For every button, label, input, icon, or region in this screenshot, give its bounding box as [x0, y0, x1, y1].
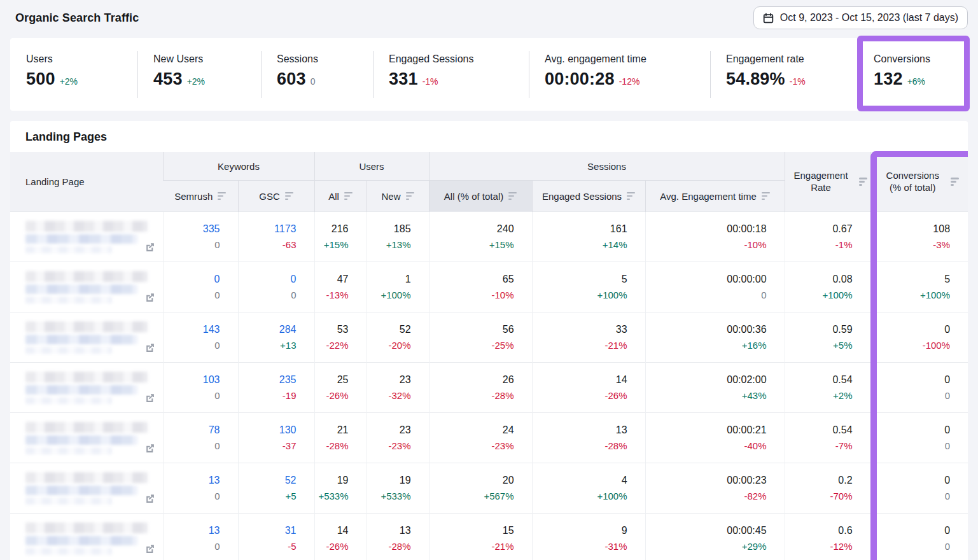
- avg-engagement-time-delta: -10%: [646, 239, 767, 250]
- kpi-value: 453: [153, 69, 183, 88]
- engagement-rate-value: 0.2: [785, 475, 853, 486]
- semrush-value[interactable]: 78: [164, 424, 220, 436]
- column-header-engaged-sessions[interactable]: Engaged Sessions: [532, 181, 645, 212]
- semrush-value[interactable]: 13: [164, 475, 220, 486]
- semrush-value[interactable]: 103: [164, 374, 220, 386]
- external-link-icon[interactable]: [144, 543, 155, 554]
- column-header-users-all[interactable]: All: [314, 181, 367, 212]
- cell-engagement-rate: 0.08+100%: [785, 262, 870, 312]
- external-link-icon[interactable]: [144, 493, 155, 504]
- gsc-value[interactable]: 1173: [239, 223, 297, 235]
- avg-engagement-time-value: 00:00:21: [646, 424, 767, 436]
- column-header-conversions[interactable]: Conversions (% of total): [870, 152, 968, 212]
- sort-icon[interactable]: [951, 178, 959, 186]
- users-all-delta: -26%: [315, 390, 349, 401]
- column-header-avg-engagement-time[interactable]: Avg. Engagement time: [645, 181, 785, 212]
- gsc-value[interactable]: 31: [239, 525, 297, 536]
- cell-engaged-sessions: 161+14%: [532, 212, 645, 262]
- column-header-users-new[interactable]: New: [367, 181, 429, 212]
- date-range-picker[interactable]: Oct 9, 2023 - Oct 15, 2023 (last 7 days): [753, 6, 968, 29]
- conversions-pct-delta: -100%: [871, 340, 951, 351]
- cell-gsc: 130-37: [238, 413, 314, 463]
- engaged-sessions-delta: +100%: [533, 290, 627, 300]
- kpi-delta: -1%: [423, 76, 438, 87]
- avg-engagement-time-delta: +29%: [646, 541, 767, 552]
- semrush-value[interactable]: 13: [164, 525, 220, 536]
- external-link-icon[interactable]: [144, 342, 155, 353]
- column-group-sessions: Sessions: [429, 152, 785, 181]
- gsc-value[interactable]: 235: [239, 374, 297, 386]
- semrush-value[interactable]: 0: [164, 274, 220, 285]
- landing-page-cell: [10, 363, 163, 413]
- external-link-icon[interactable]: [144, 443, 155, 454]
- cell-sessions-all-pct: 20+567%: [429, 463, 532, 514]
- sort-icon[interactable]: [218, 192, 226, 200]
- sort-icon[interactable]: [762, 192, 770, 200]
- gsc-value[interactable]: 130: [239, 424, 297, 436]
- sessions-all-pct-value: 26: [430, 374, 514, 386]
- cell-sessions-all-pct: 240+15%: [429, 212, 532, 262]
- landing-page-cell: [10, 514, 163, 560]
- cell-gsc: 1173-63: [238, 212, 314, 262]
- avg-engagement-time-delta: 0: [646, 290, 767, 300]
- gsc-value[interactable]: 284: [239, 324, 297, 335]
- sort-icon[interactable]: [859, 178, 867, 186]
- avg-engagement-time-value: 00:00:23: [646, 475, 767, 486]
- cell-sessions-all-pct: 65-10%: [429, 262, 532, 312]
- users-all-delta: +533%: [315, 491, 349, 501]
- users-all-value: 47: [315, 274, 349, 285]
- redacted-landing-page: [25, 422, 153, 454]
- sort-icon[interactable]: [285, 192, 293, 200]
- cell-conversions-pct: 00: [870, 413, 968, 463]
- landing-pages-table: Landing Page Keywords Users Sessions Eng…: [10, 152, 968, 560]
- sort-icon[interactable]: [406, 192, 414, 200]
- users-all-delta: -28%: [315, 440, 349, 451]
- column-header-semrush[interactable]: Semrush: [163, 181, 238, 212]
- gsc-delta: 0: [239, 290, 297, 300]
- redacted-sub-bar: [25, 498, 112, 505]
- redacted-landing-page: [25, 372, 153, 404]
- redacted-landing-page: [25, 271, 153, 304]
- cell-avg-engagement-time: 00:00:21-40%: [645, 413, 785, 463]
- sort-icon[interactable]: [627, 192, 635, 200]
- gsc-value[interactable]: 52: [239, 475, 297, 486]
- sessions-all-pct-value: 15: [430, 525, 514, 536]
- avg-engagement-time-value: 00:00:00: [646, 274, 767, 285]
- semrush-value[interactable]: 143: [164, 324, 220, 335]
- external-link-icon[interactable]: [144, 242, 155, 253]
- users-all-delta: -22%: [315, 340, 349, 351]
- conversions-pct-delta: +100%: [871, 290, 951, 300]
- conversions-pct-delta: -3%: [871, 239, 951, 250]
- cell-engagement-rate: 0.54-7%: [785, 413, 870, 463]
- users-all-delta: -26%: [315, 541, 349, 552]
- cell-engaged-sessions: 4+100%: [532, 463, 645, 514]
- semrush-value[interactable]: 335: [164, 223, 220, 235]
- cell-conversions-pct: 5+100%: [870, 262, 968, 312]
- cell-users-new: 185+13%: [367, 212, 429, 262]
- external-link-icon[interactable]: [144, 292, 155, 303]
- column-header-sessions-all-pct[interactable]: All (% of total): [429, 181, 532, 212]
- table-row: 13052+519+533%19+533%20+567%4+100%00:00:…: [10, 463, 968, 514]
- gsc-value[interactable]: 0: [239, 274, 297, 285]
- column-header-engagement-rate[interactable]: Engagement Rate: [785, 152, 870, 212]
- cell-conversions-pct: 00: [870, 463, 968, 514]
- redacted-landing-page: [25, 221, 153, 253]
- cell-sessions-all-pct: 24-23%: [429, 413, 532, 463]
- column-header-gsc[interactable]: GSC: [238, 181, 314, 212]
- cell-users-new: 23-32%: [367, 363, 429, 413]
- engaged-sessions-delta: -26%: [533, 390, 627, 401]
- kpi-label: Users: [26, 53, 137, 65]
- external-link-icon[interactable]: [144, 393, 155, 403]
- cell-avg-engagement-time: 00:00:36+16%: [645, 312, 785, 363]
- kpi-delta: +2%: [60, 76, 78, 87]
- users-all-delta: +15%: [315, 239, 349, 250]
- cell-engagement-rate: 0.6-12%: [785, 514, 870, 560]
- sessions-all-pct-value: 56: [430, 324, 514, 335]
- table-row: 000047-13%1+100%65-10%5+100%00:00:0000.0…: [10, 262, 968, 312]
- cell-engaged-sessions: 14-26%: [532, 363, 645, 413]
- users-new-delta: -20%: [367, 340, 411, 351]
- sort-icon[interactable]: [508, 192, 517, 200]
- engagement-rate-delta: -12%: [785, 541, 853, 552]
- sort-icon[interactable]: [344, 192, 353, 200]
- users-all-value: 216: [315, 223, 349, 235]
